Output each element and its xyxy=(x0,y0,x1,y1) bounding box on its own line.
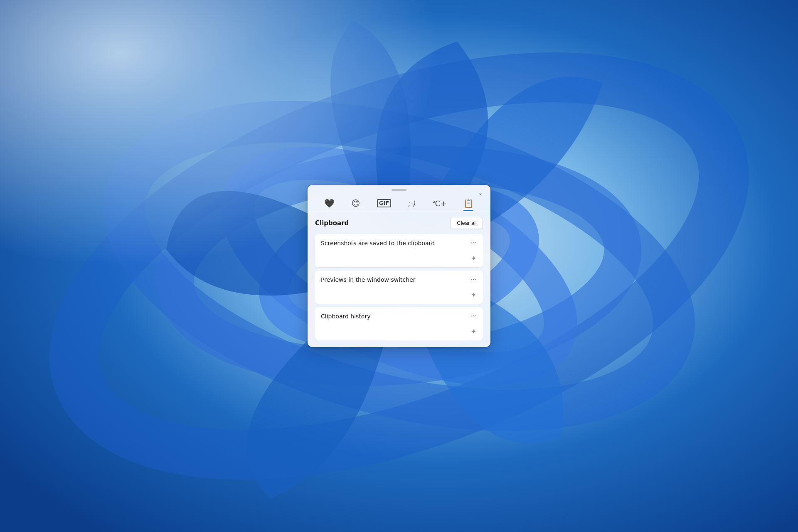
tab-gif[interactable]: GIF xyxy=(372,197,396,210)
clipboard-tab-icon: 📋 xyxy=(463,198,474,208)
clipboard-item-1-text: Screenshots are saved to the clipboard xyxy=(321,240,435,246)
tab-kaomoji[interactable]: 😊 xyxy=(346,196,365,211)
clipboard-item-2-text: Previews in the window switcher xyxy=(321,276,416,283)
clipboard-item-2[interactable]: Previews in the window switcher ··· ✦ xyxy=(315,271,483,304)
kaomoji-icon: 😊 xyxy=(351,198,360,208)
emoticon-icon: ;-) xyxy=(408,200,415,207)
tab-emoji[interactable]: 🖤 xyxy=(319,196,340,211)
clipboard-item-2-actions: ··· xyxy=(469,275,478,284)
pin-icon: ✦ xyxy=(471,255,476,262)
gif-icon: GIF xyxy=(377,199,391,207)
clipboard-panel: × 🖤 😊 GIF ;-) ℃+ 📋 Clipboard Clear all xyxy=(308,185,490,347)
clipboard-item-2-pin-button[interactable]: ✦ xyxy=(469,290,478,300)
clear-all-button[interactable]: Clear all xyxy=(451,217,483,229)
clipboard-item-2-more-button[interactable]: ··· xyxy=(469,275,478,284)
clipboard-item-3-more-button[interactable]: ··· xyxy=(469,311,478,320)
clipboard-scroll-container[interactable]: Screenshots are saved to the clipboard ·… xyxy=(315,234,483,340)
drag-handle[interactable] xyxy=(392,189,406,191)
tab-clipboard[interactable]: 📋 xyxy=(458,196,479,211)
pin-icon-2: ✦ xyxy=(471,291,476,298)
panel-body: Clipboard Clear all Screenshots are save… xyxy=(308,211,490,347)
drag-handle-container xyxy=(308,185,490,193)
clipboard-item-1-pin-button[interactable]: ✦ xyxy=(469,254,478,263)
clipboard-item-1-actions: ··· xyxy=(469,238,478,247)
symbols-icon: ℃+ xyxy=(432,199,446,208)
clipboard-item-3-text: Clipboard history xyxy=(321,313,370,320)
clipboard-item-3[interactable]: Clipboard history ··· ✦ xyxy=(315,307,483,340)
clipboard-item-3-actions: ··· xyxy=(469,311,478,320)
emoji-heart-icon: 🖤 xyxy=(324,198,335,208)
pin-icon-3: ✦ xyxy=(471,328,476,335)
clipboard-item-1[interactable]: Screenshots are saved to the clipboard ·… xyxy=(315,234,483,267)
tab-symbols[interactable]: ℃+ xyxy=(427,197,451,210)
header-row: Clipboard Clear all xyxy=(315,217,483,229)
clipboard-item-3-pin-button[interactable]: ✦ xyxy=(469,327,478,336)
tab-bar: 🖤 😊 GIF ;-) ℃+ 📋 xyxy=(308,193,490,211)
clipboard-items-list: Screenshots are saved to the clipboard ·… xyxy=(315,234,483,340)
tab-emoticon[interactable]: ;-) xyxy=(403,197,420,210)
clipboard-item-1-more-button[interactable]: ··· xyxy=(469,238,478,247)
section-title: Clipboard xyxy=(315,219,349,227)
